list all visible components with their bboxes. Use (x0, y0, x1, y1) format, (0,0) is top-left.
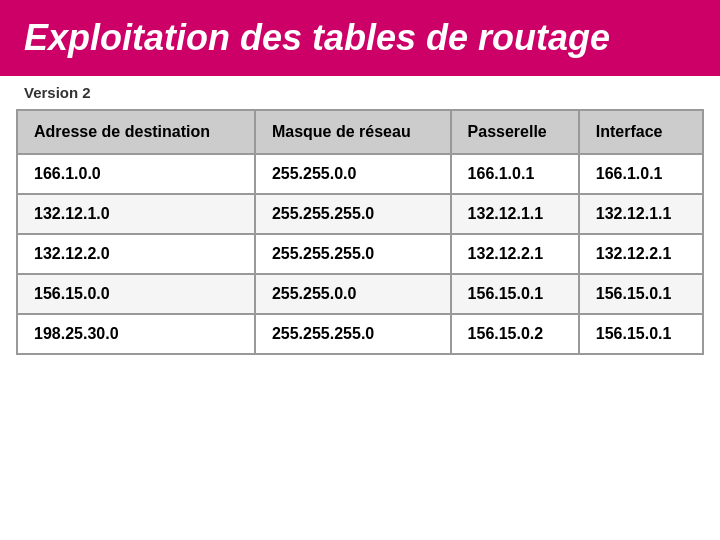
cell-masque-2: 255.255.255.0 (255, 234, 451, 274)
cell-passerelle-4: 156.15.0.2 (451, 314, 579, 354)
cell-passerelle-1: 132.12.1.1 (451, 194, 579, 234)
table-row: 198.25.30.0255.255.255.0156.15.0.2156.15… (17, 314, 703, 354)
cell-adresse-4: 198.25.30.0 (17, 314, 255, 354)
cell-masque-3: 255.255.0.0 (255, 274, 451, 314)
cell-interface-3: 156.15.0.1 (579, 274, 703, 314)
table-row: 132.12.1.0255.255.255.0132.12.1.1132.12.… (17, 194, 703, 234)
col-header-masque: Masque de réseau (255, 110, 451, 154)
table-container: Adresse de destination Masque de réseau … (0, 109, 720, 540)
cell-interface-1: 132.12.1.1 (579, 194, 703, 234)
table-row: 166.1.0.0255.255.0.0166.1.0.1166.1.0.1 (17, 154, 703, 194)
cell-masque-4: 255.255.255.0 (255, 314, 451, 354)
table-row: 132.12.2.0255.255.255.0132.12.2.1132.12.… (17, 234, 703, 274)
col-header-interface: Interface (579, 110, 703, 154)
cell-interface-4: 156.15.0.1 (579, 314, 703, 354)
cell-adresse-2: 132.12.2.0 (17, 234, 255, 274)
cell-passerelle-0: 166.1.0.1 (451, 154, 579, 194)
cell-adresse-1: 132.12.1.0 (17, 194, 255, 234)
cell-masque-1: 255.255.255.0 (255, 194, 451, 234)
cell-passerelle-2: 132.12.2.1 (451, 234, 579, 274)
version-label: Version 2 (0, 76, 720, 109)
page-container: Exploitation des tables de routage Versi… (0, 0, 720, 540)
table-header-row: Adresse de destination Masque de réseau … (17, 110, 703, 154)
cell-adresse-0: 166.1.0.0 (17, 154, 255, 194)
cell-interface-2: 132.12.2.1 (579, 234, 703, 274)
cell-masque-0: 255.255.0.0 (255, 154, 451, 194)
cell-adresse-3: 156.15.0.0 (17, 274, 255, 314)
col-header-adresse: Adresse de destination (17, 110, 255, 154)
page-title: Exploitation des tables de routage (24, 18, 610, 58)
table-row: 156.15.0.0255.255.0.0156.15.0.1156.15.0.… (17, 274, 703, 314)
cell-passerelle-3: 156.15.0.1 (451, 274, 579, 314)
cell-interface-0: 166.1.0.1 (579, 154, 703, 194)
header-banner: Exploitation des tables de routage (0, 0, 720, 76)
col-header-passerelle: Passerelle (451, 110, 579, 154)
routing-table: Adresse de destination Masque de réseau … (16, 109, 704, 355)
